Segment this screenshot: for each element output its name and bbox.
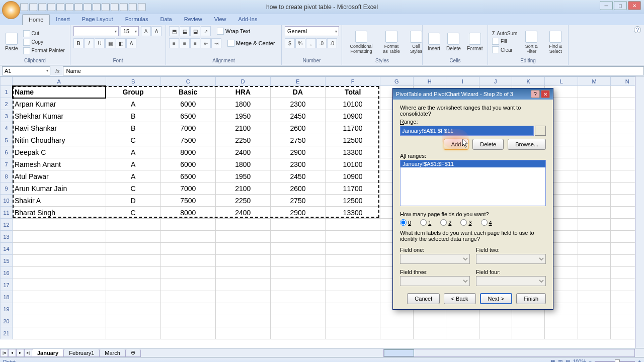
cell[interactable] [270, 303, 325, 315]
cell[interactable]: 10100 [326, 158, 380, 170]
cell[interactable]: 2900 [270, 146, 325, 158]
font-size-select[interactable]: 15 [121, 26, 139, 36]
copy-button[interactable]: Copy [22, 38, 66, 46]
clear-button[interactable]: Clear [491, 46, 518, 54]
cell[interactable] [13, 327, 106, 339]
cell[interactable] [160, 243, 215, 255]
cell[interactable]: 1800 [215, 98, 270, 110]
cell[interactable] [160, 255, 215, 267]
column-header[interactable]: H [413, 77, 446, 86]
cell[interactable]: Basic [160, 86, 215, 98]
row-header[interactable]: 18 [1, 291, 13, 303]
next-button[interactable]: Next > [480, 293, 512, 304]
cell[interactable]: 2100 [215, 183, 270, 195]
cell[interactable]: 7000 [160, 183, 215, 195]
add-button[interactable]: Add [444, 139, 469, 150]
column-header[interactable]: B [106, 77, 160, 86]
font-color-button[interactable]: A [126, 38, 136, 48]
cell[interactable]: 13300 [326, 146, 380, 158]
row-header[interactable]: 10 [1, 195, 13, 207]
cell[interactable] [215, 267, 270, 279]
cell[interactable] [215, 327, 270, 339]
delete-button[interactable]: Delete [472, 139, 504, 150]
row-header[interactable]: 13 [1, 231, 13, 243]
cell[interactable] [413, 315, 446, 327]
page-fields-radio-2[interactable]: 2 [440, 219, 451, 226]
ribbon-tab-add-ins[interactable]: Add-Ins [232, 14, 263, 25]
zoom-level[interactable]: 100% [573, 359, 586, 362]
cell[interactable] [270, 279, 325, 291]
cell[interactable]: 12500 [326, 195, 380, 207]
cell[interactable]: Shekhar Kumar [13, 110, 106, 122]
number-format-select[interactable]: General [285, 26, 339, 36]
cell[interactable]: 7500 [160, 134, 215, 146]
cell[interactable]: 2750 [270, 195, 325, 207]
tab-prev-icon[interactable]: ◂ [8, 349, 16, 357]
cell[interactable]: 2250 [215, 134, 270, 146]
cell[interactable] [326, 303, 380, 315]
cell[interactable] [13, 315, 106, 327]
cell[interactable] [106, 219, 160, 231]
cell[interactable] [578, 327, 610, 339]
delete-cells-button[interactable]: Delete [444, 32, 463, 52]
column-header[interactable]: I [446, 77, 479, 86]
cell[interactable]: 10900 [326, 170, 380, 183]
cell[interactable] [270, 315, 325, 327]
cell[interactable] [106, 315, 160, 327]
cell[interactable] [106, 243, 160, 255]
cell[interactable]: C [106, 207, 160, 219]
cell[interactable]: 2250 [215, 195, 270, 207]
tab-last-icon[interactable]: ▸| [24, 349, 32, 357]
cell[interactable]: 1950 [215, 170, 270, 183]
cell[interactable] [13, 243, 106, 255]
cell[interactable] [326, 291, 380, 303]
cell[interactable] [326, 267, 380, 279]
ribbon-tab-home[interactable]: Home [22, 14, 50, 25]
browse-button[interactable]: Browse... [508, 139, 546, 150]
cell[interactable] [578, 255, 610, 267]
cell[interactable]: 1950 [215, 110, 270, 122]
row-header[interactable]: 2 [1, 98, 13, 110]
orientation-icon[interactable]: ↗ [201, 26, 211, 36]
cell[interactable] [270, 267, 325, 279]
cell[interactable]: Nitin Choudhary [13, 134, 106, 146]
cell[interactable] [13, 219, 106, 231]
inc-decimal-icon[interactable]: .0 [316, 38, 327, 48]
dec-indent-icon[interactable]: ⇤ [201, 38, 211, 48]
cell[interactable] [578, 219, 610, 231]
cell[interactable] [215, 231, 270, 243]
cell[interactable]: Total [326, 86, 380, 98]
cell[interactable]: 13300 [326, 207, 380, 219]
cell[interactable]: 10100 [326, 98, 380, 110]
cell[interactable]: HRA [215, 86, 270, 98]
fx-icon[interactable]: fx [52, 68, 63, 74]
cell[interactable] [160, 303, 215, 315]
cell[interactable] [13, 267, 106, 279]
cell[interactable] [160, 231, 215, 243]
percent-icon[interactable]: % [295, 38, 305, 48]
back-button[interactable]: < Back [444, 293, 476, 304]
finish-button[interactable]: Finish [516, 293, 546, 304]
cell[interactable]: 2750 [270, 134, 325, 146]
cell[interactable]: 2400 [215, 146, 270, 158]
zoom-out-icon[interactable]: − [589, 359, 592, 362]
cell[interactable]: A [106, 170, 160, 183]
cell[interactable]: 2450 [270, 110, 325, 122]
cell[interactable]: Arpan Kumar [13, 98, 106, 110]
cell[interactable] [13, 231, 106, 243]
cell[interactable] [446, 327, 479, 339]
list-item[interactable]: January!$A$1:$F$11 [400, 160, 545, 167]
find-select-button[interactable]: Find & Select [544, 30, 567, 55]
align-center-icon[interactable]: ≡ [180, 38, 190, 48]
minimize-button[interactable]: ─ [600, 1, 613, 10]
grow-font-icon[interactable]: A [141, 26, 151, 36]
cell[interactable]: 6500 [160, 170, 215, 183]
ribbon-tab-formulas[interactable]: Formulas [119, 14, 154, 25]
column-header[interactable]: K [512, 77, 545, 86]
column-header[interactable]: J [479, 77, 512, 86]
row-header[interactable]: 8 [1, 170, 13, 183]
column-header[interactable]: G [380, 77, 413, 86]
format-as-table-button[interactable]: Format as Table [379, 30, 404, 55]
cell[interactable] [326, 327, 380, 339]
view-layout-icon[interactable]: ▥ [558, 359, 562, 362]
